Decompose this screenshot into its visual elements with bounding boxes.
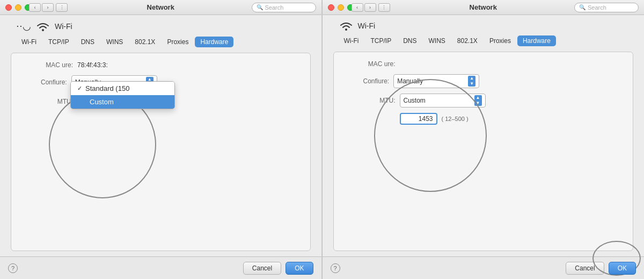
right-content: Wi-Fi Wi-Fi TCP/IP DNS WINS 802.1X Proxi… <box>323 15 645 256</box>
mtu-custom-input[interactable] <box>400 113 437 125</box>
minimize-button-right[interactable] <box>338 4 344 11</box>
mtu-stepper-up-right[interactable]: ▲ <box>474 95 482 101</box>
left-content: ⋅⋅◡ Wi-Fi Wi-Fi TCP/IP DNS WINS 802.1X P… <box>0 15 321 256</box>
tab-proxies-right[interactable]: Proxies <box>484 35 516 46</box>
panel-body-left: MAC ure: 78:4f:43:3: Confiure: Manually … <box>11 53 311 251</box>
wifi-label-right: Wi-Fi <box>358 22 376 30</box>
left-panel: ‹ › ⋮ Network 🔍 Search ⋅⋅◡ Wi-Fi Wi-Fi T… <box>0 0 322 279</box>
nav-buttons-left: ‹ › <box>29 3 54 12</box>
cancel-button-left[interactable]: Cancel <box>243 262 281 275</box>
mac-label-right: MAC ure: <box>363 60 396 68</box>
config-stepper-right[interactable]: ▲ ▼ <box>468 76 475 87</box>
traffic-lights-right <box>328 4 354 11</box>
checkmark-icon: ✓ <box>77 85 82 92</box>
traffic-lights-left <box>5 4 31 11</box>
tab-hardware-right[interactable]: Hardware <box>517 35 556 46</box>
bottom-bar-left: ? Cancel OK <box>0 256 321 279</box>
right-titlebar: ‹ › ⋮ Network 🔍 Search <box>323 0 645 15</box>
tab-dns-left[interactable]: DNS <box>76 37 100 47</box>
bottom-bar-right: ? Cancel OK <box>323 256 645 279</box>
back-button-right[interactable]: ‹ <box>352 3 363 12</box>
tab-wins-right[interactable]: WINS <box>423 35 451 46</box>
tab-8021x-right[interactable]: 802.1X <box>452 35 483 46</box>
mtu-select-value-right: Custom <box>404 97 426 104</box>
tabs-right: Wi-Fi TCP/IP DNS WINS 802.1X Proxies Har… <box>328 35 639 46</box>
config-select-right[interactable]: Manually ▲ ▼ <box>393 74 479 88</box>
tab-proxies-left[interactable]: Proxies <box>162 37 194 47</box>
wifi-symbol-left <box>35 21 50 32</box>
svg-point-0 <box>42 29 44 31</box>
tab-8021x-left[interactable]: 802.1X <box>129 37 160 47</box>
mtu-input-row-right: ( 12–500 ) <box>342 113 625 125</box>
mac-label-left: MAC ure: <box>41 61 73 69</box>
dropdown-item-standard[interactable]: ✓ Standard (150 <box>71 82 174 95</box>
wifi-header-right: Wi-Fi <box>328 20 639 31</box>
window-title-right: Network <box>470 3 497 11</box>
nav-buttons-right: ‹ › <box>352 3 376 12</box>
svg-point-1 <box>345 28 347 31</box>
forward-button-right[interactable]: › <box>364 3 376 12</box>
cancel-button-right[interactable]: Cancel <box>566 262 604 275</box>
grid-button[interactable]: ⋮ <box>56 3 68 12</box>
minimize-button[interactable] <box>15 4 21 11</box>
help-button-left[interactable]: ? <box>8 263 18 273</box>
close-button-right[interactable] <box>328 4 334 11</box>
search-icon-right: 🔍 <box>579 4 586 10</box>
mac-row-left: MAC ure: 78:4f:43:3: <box>19 61 302 69</box>
forward-button[interactable]: › <box>42 3 54 12</box>
search-placeholder-right: Search <box>588 4 606 11</box>
wifi-symbol-right <box>339 20 354 31</box>
panel-body-right: MAC ure: Confiure: Manually ▲ ▼ MTU: C <box>333 52 634 251</box>
tabs-left: Wi-Fi TCP/IP DNS WINS 802.1X Proxies Har… <box>5 37 316 47</box>
tab-hardware-left[interactable]: Hardware <box>195 37 233 47</box>
mtu-row-right: MTU: Custom ▲ ▼ <box>342 94 625 108</box>
dropdown-menu-left: ✓ Standard (150 Custom <box>70 81 175 109</box>
right-panel: ‹ › ⋮ Network 🔍 Search Wi-Fi Wi-Fi TCP/I… <box>323 0 645 279</box>
dropdown-item-custom[interactable]: Custom <box>71 95 174 109</box>
mac-value-left: 78:4f:43:3: <box>77 61 108 69</box>
tab-tcpip-left[interactable]: TCP/IP <box>43 37 75 47</box>
wifi-header-left: ⋅⋅◡ Wi-Fi <box>5 20 316 32</box>
tab-wifi-left[interactable]: Wi-Fi <box>16 37 42 47</box>
config-select-value-right: Manually <box>397 77 423 85</box>
tab-tcpip-right[interactable]: TCP/IP <box>365 35 397 46</box>
mac-row-right: MAC ure: <box>342 60 625 68</box>
mtu-stepper-right[interactable]: ▲ ▼ <box>474 95 482 106</box>
mtu-label-right: MTU: <box>363 97 396 104</box>
config-label-left: Confiure: <box>41 78 67 86</box>
tab-dns-right[interactable]: DNS <box>398 35 422 46</box>
stepper-down-right[interactable]: ▼ <box>468 81 475 87</box>
mtu-label-left: MTU: <box>41 98 73 105</box>
dropdown-item-custom-label: Custom <box>90 98 114 106</box>
search-box-left[interactable]: 🔍 Search <box>252 3 316 12</box>
mtu-range-label: ( 12–500 ) <box>442 116 469 122</box>
grid-button-right[interactable]: ⋮ <box>378 3 390 12</box>
dropdown-item-standard-label: Standard (150 <box>85 84 129 92</box>
help-button-right[interactable]: ? <box>331 263 340 273</box>
tab-wins-left[interactable]: WINS <box>101 37 128 47</box>
close-button[interactable] <box>5 4 12 11</box>
search-placeholder-left: Search <box>265 4 284 11</box>
window-title-left: Network <box>147 3 174 11</box>
back-button[interactable]: ‹ <box>29 3 41 12</box>
search-icon-left: 🔍 <box>257 4 263 10</box>
wifi-icon-left: ⋅⋅◡ <box>16 20 31 32</box>
ok-button-left[interactable]: OK <box>286 262 313 275</box>
search-box-right[interactable]: 🔍 Search <box>574 3 639 12</box>
mtu-select-right[interactable]: Custom ▲ ▼ <box>400 94 486 108</box>
mtu-stepper-down-right[interactable]: ▼ <box>474 101 482 106</box>
tab-wifi-right[interactable]: Wi-Fi <box>339 35 364 46</box>
config-row-right: Confiure: Manually ▲ ▼ <box>342 74 625 88</box>
left-titlebar: ‹ › ⋮ Network 🔍 Search <box>0 0 321 15</box>
config-label-right: Confiure: <box>363 77 390 85</box>
ok-button-right[interactable]: OK <box>609 262 636 275</box>
stepper-up-right[interactable]: ▲ <box>468 76 475 81</box>
wifi-label-left: Wi-Fi <box>55 22 72 31</box>
